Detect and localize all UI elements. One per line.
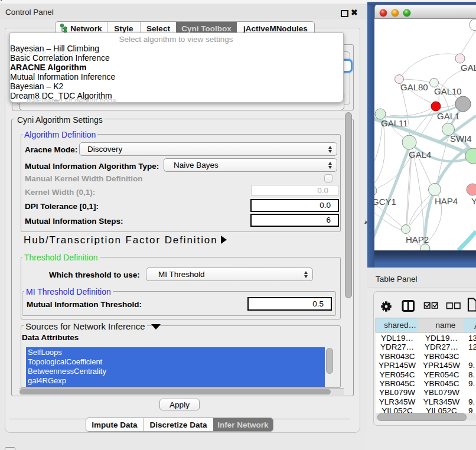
svg-text:GAL: GAL: [461, 63, 476, 73]
svg-text:HAP4: HAP4: [435, 196, 458, 206]
svg-text:GAL11: GAL11: [381, 118, 408, 128]
svg-text:HAP2: HAP2: [406, 234, 429, 244]
svg-text:GAL10: GAL10: [434, 86, 462, 96]
svg-text:SWI4: SWI4: [450, 133, 472, 144]
svg-text:GAL4: GAL4: [409, 149, 431, 159]
svg-text:Y: Y: [471, 196, 476, 206]
svg-text:GAL1: GAL1: [437, 111, 459, 121]
svg-text:GAL80: GAL80: [400, 82, 428, 92]
svg-text:GCY1: GCY1: [374, 197, 396, 207]
